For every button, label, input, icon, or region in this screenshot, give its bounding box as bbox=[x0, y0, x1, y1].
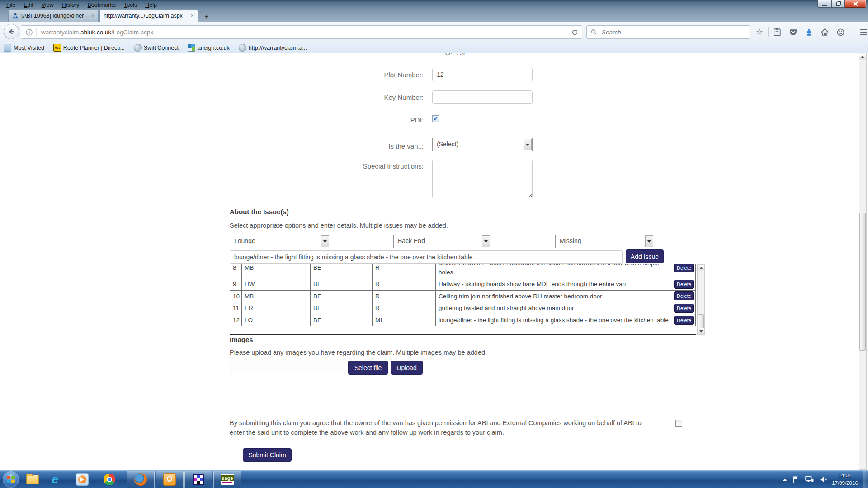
bookmark-label: Swift Connect bbox=[144, 45, 179, 51]
tab-logclaim[interactable]: http://warranty.../LogClaim.aspx × bbox=[99, 9, 198, 22]
menu-hamburger-icon[interactable] bbox=[859, 28, 868, 37]
reload-icon bbox=[571, 29, 578, 36]
show-desktop-button[interactable] bbox=[863, 470, 868, 488]
menu-edit[interactable]: Edit bbox=[20, 1, 37, 9]
grid-app-taskbar-button[interactable] bbox=[184, 471, 212, 488]
bookmark-arleigh[interactable]: arleigh.co.uk bbox=[188, 44, 230, 52]
downloads-icon[interactable] bbox=[804, 28, 813, 37]
chrome-taskbar-icon[interactable] bbox=[100, 470, 118, 488]
submit-claim-button[interactable]: Submit Claim bbox=[243, 448, 292, 462]
table-row: 12 LO BE MI lounge/diner - the light fit… bbox=[230, 314, 696, 326]
van-select[interactable]: (Select) bbox=[432, 138, 533, 151]
issue-description-input[interactable] bbox=[230, 250, 623, 264]
sage-taskbar-button[interactable]: sage bbox=[213, 471, 241, 488]
add-issue-button[interactable]: Add Issue bbox=[626, 249, 664, 263]
chevron-down-icon[interactable] bbox=[524, 139, 532, 150]
start-button[interactable] bbox=[3, 471, 19, 488]
tab-bar: [ABI-10963] lounge/diner -... × http://w… bbox=[0, 9, 868, 22]
plot-number-label: Plot Number: bbox=[311, 71, 424, 79]
restore-icon bbox=[836, 2, 840, 6]
taskbar-clock[interactable]: 14:01 17/09/2016 bbox=[828, 472, 862, 487]
delete-button[interactable]: Delete bbox=[674, 316, 694, 325]
globe-icon bbox=[134, 44, 142, 52]
tab-close-icon[interactable]: × bbox=[88, 13, 94, 19]
search-bar[interactable] bbox=[586, 25, 750, 39]
page-scrollbar[interactable] bbox=[859, 53, 867, 470]
aa-icon: AA bbox=[53, 44, 61, 52]
bookmark-route-planner[interactable]: AA Route Planner | Directi... bbox=[53, 44, 125, 52]
menu-help[interactable]: Help bbox=[142, 1, 160, 9]
special-instructions-label: Special Instructions: bbox=[311, 162, 424, 170]
issue-location-select[interactable]: Lounge bbox=[230, 235, 330, 248]
scroll-up-icon[interactable] bbox=[859, 54, 866, 60]
chevron-down-icon[interactable] bbox=[482, 235, 490, 247]
tab-close-icon[interactable]: × bbox=[187, 13, 194, 19]
upload-button[interactable]: Upload bbox=[391, 361, 423, 375]
issue-end-select[interactable]: Back End bbox=[393, 235, 491, 248]
address-bar[interactable]: warrantyclaim.abiuk.co.uk/LogClaim.aspx bbox=[21, 25, 582, 39]
home-icon[interactable] bbox=[820, 28, 829, 37]
file-path-input[interactable] bbox=[230, 361, 345, 374]
show-hidden-icons-button[interactable] bbox=[783, 477, 787, 481]
menu-view[interactable]: View bbox=[38, 1, 57, 9]
delete-button[interactable]: Delete bbox=[674, 264, 694, 272]
clock-time: 14:01 bbox=[828, 472, 862, 479]
media-player-taskbar-icon[interactable] bbox=[73, 470, 91, 488]
scroll-up-icon[interactable] bbox=[698, 265, 704, 271]
agreement-checkbox[interactable] bbox=[675, 420, 682, 427]
bookmark-warrantyclaim[interactable]: http://warrantyclaim.a... bbox=[239, 44, 307, 52]
special-instructions-textarea[interactable] bbox=[432, 160, 533, 198]
menu-file[interactable]: File bbox=[3, 1, 19, 9]
row-description: Hallway - skirting boards show bare MDF … bbox=[436, 278, 673, 291]
delete-button[interactable]: Delete bbox=[674, 291, 694, 300]
menu-tools[interactable]: Tools bbox=[120, 1, 141, 9]
clipboard-icon[interactable] bbox=[773, 28, 782, 37]
issue-type-value: Missing bbox=[556, 235, 654, 247]
delete-button[interactable]: Delete bbox=[674, 304, 694, 313]
search-input[interactable] bbox=[601, 28, 738, 36]
scrollbar-thumb[interactable] bbox=[698, 314, 704, 330]
van-question-label: Is the van..: bbox=[311, 142, 424, 150]
restore-button[interactable] bbox=[832, 0, 845, 8]
volume-icon[interactable] bbox=[820, 476, 827, 483]
explorer-taskbar-icon[interactable] bbox=[24, 470, 42, 488]
bookmark-most-visited[interactable]: Most Visited bbox=[4, 44, 44, 52]
site-info-icon[interactable] bbox=[26, 29, 33, 36]
action-center-flag-icon[interactable] bbox=[793, 476, 799, 483]
new-tab-button[interactable]: + bbox=[201, 12, 212, 21]
delete-button[interactable]: Delete bbox=[674, 280, 694, 289]
row-type: R bbox=[373, 278, 436, 291]
bookmark-swift-connect[interactable]: Swift Connect bbox=[134, 44, 179, 52]
outlook-icon: O bbox=[163, 473, 176, 486]
scroll-down-icon[interactable] bbox=[698, 328, 704, 334]
key-number-input[interactable] bbox=[432, 90, 533, 104]
hello-smiley-icon[interactable] bbox=[836, 28, 845, 37]
internet-explorer-taskbar-icon[interactable]: e bbox=[46, 470, 64, 488]
issues-table-viewport: 8 MB BE R Master Bedroom - walk in wardr… bbox=[230, 264, 696, 335]
firefox-taskbar-button[interactable] bbox=[127, 471, 155, 488]
chevron-down-icon[interactable] bbox=[645, 235, 653, 247]
pdi-checkbox[interactable]: ✔ bbox=[432, 115, 439, 122]
close-icon bbox=[853, 1, 858, 6]
tab-jira[interactable]: [ABI-10963] lounge/diner -... × bbox=[8, 9, 99, 22]
network-icon[interactable] bbox=[805, 476, 814, 483]
divider bbox=[768, 27, 769, 37]
menu-bookmarks[interactable]: Bookmarks bbox=[84, 1, 120, 9]
taskbar-apps: e O sage bbox=[0, 470, 242, 488]
close-button[interactable] bbox=[845, 0, 866, 8]
select-file-button[interactable]: Select file bbox=[348, 361, 388, 375]
back-button[interactable] bbox=[4, 24, 19, 39]
plot-number-input[interactable] bbox=[432, 68, 533, 81]
minimize-button[interactable] bbox=[817, 0, 832, 8]
bookmark-label: Most Visited bbox=[14, 45, 44, 51]
reload-button[interactable] bbox=[571, 29, 578, 36]
issues-table-scrollbar[interactable] bbox=[697, 264, 705, 335]
issue-type-select[interactable]: Missing bbox=[555, 235, 654, 248]
scrollbar-thumb[interactable] bbox=[859, 213, 866, 351]
outlook-taskbar-button[interactable]: O bbox=[156, 471, 184, 488]
divider bbox=[852, 27, 852, 37]
menu-history[interactable]: History bbox=[58, 1, 83, 9]
bookmark-star-icon[interactable]: ☆ bbox=[755, 28, 764, 37]
pocket-icon[interactable] bbox=[788, 28, 797, 37]
chevron-down-icon[interactable] bbox=[321, 235, 329, 247]
